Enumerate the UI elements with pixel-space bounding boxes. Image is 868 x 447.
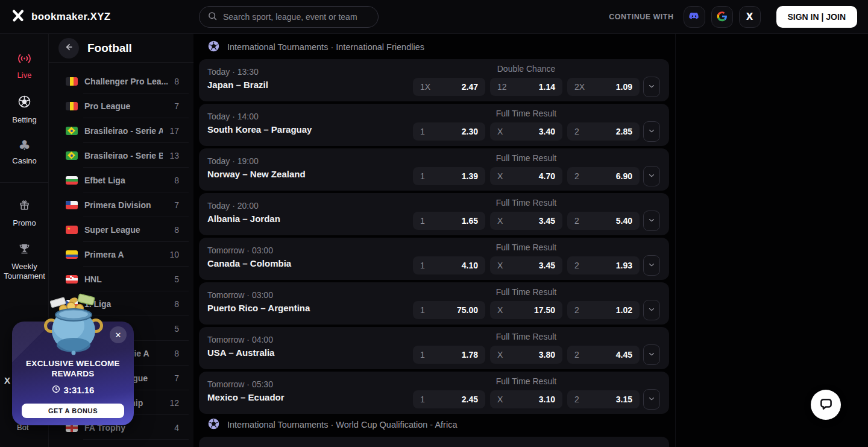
- expand-match-button[interactable]: [643, 300, 660, 320]
- search-input[interactable]: [223, 12, 370, 22]
- expand-match-button[interactable]: [643, 211, 660, 231]
- nav-item-weekly-tournament[interactable]: Weekly Tournament: [0, 243, 49, 282]
- odds-button[interactable]: 121.14: [490, 78, 562, 96]
- odds-button[interactable]: X4.70: [490, 167, 562, 185]
- market-label: Full Time Result: [496, 243, 556, 252]
- league-match-count: 8: [174, 225, 179, 235]
- gift-icon: [18, 199, 31, 214]
- league-item[interactable]: Primera A10: [49, 242, 193, 267]
- search-icon: [207, 11, 218, 24]
- expand-match-button[interactable]: [643, 121, 660, 142]
- odds-button[interactable]: X3.80: [490, 346, 562, 364]
- nav-item-betting[interactable]: Betting: [0, 95, 49, 125]
- brand-logo-icon: [11, 8, 25, 25]
- odds-button[interactable]: 1X2.47: [413, 78, 485, 96]
- sign-in-join-button[interactable]: SIGN IN | JOIN: [776, 6, 858, 28]
- nav-item-casino[interactable]: ♣ Casino: [0, 139, 49, 166]
- match-time: Tomorrow · 04:00: [207, 335, 273, 344]
- odds-button[interactable]: 2X1.09: [567, 78, 640, 96]
- chevron-down-icon: [647, 305, 656, 315]
- odds-button[interactable]: X3.40: [490, 122, 562, 141]
- brand-logo[interactable]: bookmaker.XYZ: [11, 0, 110, 34]
- flag-icon-cn: [66, 226, 78, 234]
- match-teams[interactable]: Albania – Jordan: [207, 214, 280, 224]
- match-teams[interactable]: Puerto Rico – Argentina: [207, 303, 310, 313]
- odds-button[interactable]: 12.45: [413, 390, 485, 408]
- odds-selection: 2: [574, 395, 579, 404]
- odds-button[interactable]: 175.00: [413, 301, 485, 319]
- league-item[interactable]: 1. Liga8: [49, 291, 193, 316]
- match-row: Today · 19:00Norway – New ZealandFull Ti…: [199, 148, 669, 191]
- back-button[interactable]: [58, 38, 79, 59]
- nav-item-live[interactable]: Live: [0, 53, 49, 80]
- league-match-count: 17: [169, 126, 179, 136]
- odds-button[interactable]: X3.45: [490, 256, 562, 274]
- x-login-button[interactable]: X: [739, 6, 761, 28]
- match-teams[interactable]: Canada – Colombia: [207, 258, 291, 268]
- search-bar[interactable]: [199, 6, 379, 28]
- league-item[interactable]: Brasileirao - Serie B13: [49, 143, 193, 168]
- promo-title: EXCLUSIVE WELCOME REWARDS: [12, 359, 134, 379]
- odds-selection: X: [497, 261, 503, 270]
- x-icon: X: [746, 11, 753, 22]
- odds-button[interactable]: 12.30: [413, 122, 485, 141]
- nav-item-promo[interactable]: Promo: [0, 199, 49, 228]
- chevron-down-icon: [647, 216, 656, 226]
- expand-match-button[interactable]: [643, 166, 660, 186]
- odds-button[interactable]: 14.10: [413, 256, 485, 274]
- match-teams[interactable]: Japan – Brazil: [207, 80, 268, 90]
- market-label: Full Time Result: [496, 287, 556, 297]
- market-label: Full Time Result: [496, 153, 556, 163]
- match-teams[interactable]: Mexico – Ecuador: [207, 392, 285, 402]
- league-match-count: 7: [174, 101, 179, 111]
- league-item[interactable]: Super League8: [49, 217, 193, 242]
- league-name: Pro League: [84, 101, 168, 111]
- google-login-button[interactable]: [711, 6, 733, 28]
- odds-button[interactable]: 23.15: [567, 390, 640, 408]
- odds-button[interactable]: 24.45: [567, 346, 640, 364]
- live-chat-button[interactable]: [811, 390, 841, 420]
- odds-selection: 2: [574, 171, 579, 181]
- get-bonus-button[interactable]: GET A BONUS: [22, 404, 124, 418]
- expand-match-button[interactable]: [643, 255, 660, 276]
- league-item[interactable]: Efbet Liga8: [49, 168, 193, 192]
- league-item[interactable]: Primera Division7: [49, 192, 193, 217]
- league-item[interactable]: Pro League7: [49, 94, 193, 118]
- odds-button[interactable]: 25.40: [567, 212, 640, 230]
- league-item[interactable]: HNL5: [49, 267, 193, 291]
- odds-button[interactable]: X3.45: [490, 212, 562, 230]
- match-teams[interactable]: USA – Australia: [207, 347, 274, 358]
- odds-button[interactable]: 11.65: [413, 212, 485, 230]
- match-teams[interactable]: South Korea – Paraguay: [207, 124, 312, 135]
- odds-button[interactable]: X3.10: [490, 390, 562, 408]
- league-item[interactable]: Brasileirao - Serie A17: [49, 118, 193, 143]
- odds-selection: X: [497, 216, 503, 226]
- odds-button[interactable]: 21.02: [567, 301, 640, 319]
- market-label: Full Time Result: [496, 376, 556, 386]
- odds-selection: 2: [574, 127, 579, 136]
- close-icon[interactable]: ✕: [110, 326, 127, 343]
- odds-button[interactable]: X17.50: [490, 301, 562, 319]
- flag-icon-br: [66, 151, 78, 160]
- match-teams[interactable]: Norway – New Zealand: [207, 169, 306, 179]
- odds-button[interactable]: 11.78: [413, 346, 485, 364]
- odds-value: 1.39: [462, 171, 478, 181]
- odds-button[interactable]: 11.39: [413, 167, 485, 185]
- x-social-link[interactable]: X: [4, 375, 10, 385]
- promo-timer-value: 3:31.16: [64, 385, 95, 395]
- promo-countdown: 3:31.16: [12, 385, 134, 395]
- odds-value: 1.09: [616, 82, 632, 92]
- discord-login-button[interactable]: [684, 6, 705, 28]
- odds-button[interactable]: 26.90: [567, 167, 640, 185]
- expand-match-button[interactable]: [643, 77, 660, 97]
- expand-match-button[interactable]: [643, 389, 660, 410]
- league-item[interactable]: Challenger Pro Lea...8: [49, 69, 193, 94]
- league-match-count: 8: [174, 176, 179, 185]
- odds-value: 2.30: [462, 127, 478, 136]
- odds-button[interactable]: 21.93: [567, 256, 640, 274]
- odds-button[interactable]: 22.85: [567, 122, 640, 141]
- league-name: Efbet Liga: [84, 176, 168, 185]
- expand-match-button[interactable]: [643, 344, 660, 365]
- match-time: Tomorrow · 03:00: [207, 246, 273, 255]
- market-label: Double Chance: [497, 64, 556, 74]
